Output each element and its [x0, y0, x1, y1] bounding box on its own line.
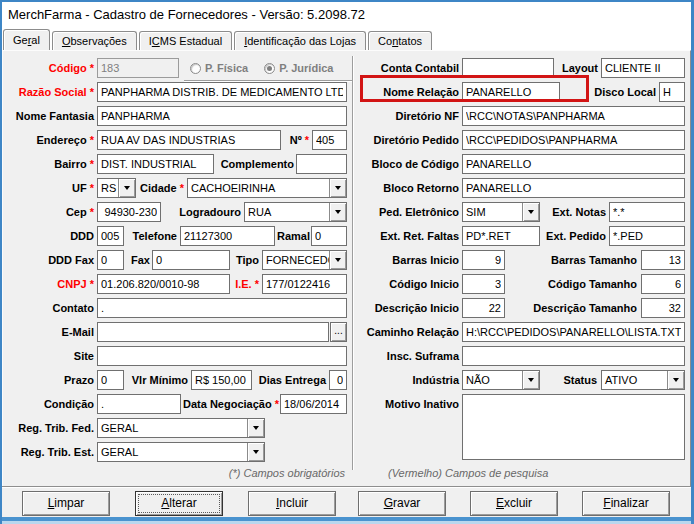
- diretorio-pedido-label: Diretório Pedido: [356, 130, 459, 150]
- tab-identificacao-das-lojas[interactable]: Identificação das Lojas: [234, 31, 366, 50]
- caminho-relacao-field[interactable]: [462, 322, 685, 342]
- email-browse-button[interactable]: ...: [330, 322, 347, 342]
- bloco-retorno-field[interactable]: [462, 178, 685, 198]
- radio-p-fisica[interactable]: P. Física: [190, 62, 248, 74]
- chevron-down-icon[interactable]: [247, 443, 264, 461]
- conta-contabil-field[interactable]: [462, 58, 554, 78]
- diretorio-nf-field[interactable]: [462, 106, 685, 126]
- nome-relacao-label: Nome Relação: [356, 82, 459, 102]
- contato-field[interactable]: [97, 298, 347, 318]
- descricao-tamanho-field[interactable]: [641, 298, 685, 318]
- layout-label: Layout: [556, 58, 598, 78]
- ie-field[interactable]: [262, 274, 347, 294]
- insc-suframa-field[interactable]: [462, 346, 685, 366]
- bairro-field[interactable]: [97, 154, 214, 174]
- tab-geral[interactable]: Geral: [3, 29, 50, 50]
- disco-local-field[interactable]: [659, 82, 685, 102]
- industria-dropdown[interactable]: NÃO: [462, 370, 540, 390]
- excluir-button[interactable]: Excluir: [470, 491, 558, 516]
- chevron-down-icon[interactable]: [118, 179, 135, 197]
- tab-observacoes[interactable]: Observações: [52, 31, 137, 50]
- radio-p-juridica[interactable]: P. Jurídica: [264, 62, 333, 74]
- numero-field[interactable]: [312, 130, 347, 150]
- bloco-de-codigo-field[interactable]: [462, 154, 685, 174]
- nome-relacao-field[interactable]: [462, 82, 560, 102]
- finalizar-button[interactable]: Finalizar: [582, 491, 670, 516]
- bairro-label: Bairro *: [2, 154, 94, 174]
- ramal-label: Ramal: [277, 226, 308, 246]
- ext-notas-field[interactable]: [609, 202, 685, 222]
- logradouro-label: Logradouro: [162, 202, 241, 222]
- chevron-down-icon[interactable]: [522, 203, 539, 221]
- endereco-field[interactable]: [97, 130, 281, 150]
- limpar-button[interactable]: Limpar: [22, 491, 110, 516]
- email-field[interactable]: [97, 322, 329, 342]
- chevron-down-icon[interactable]: [667, 371, 684, 389]
- window-title: MerchFarma - Cadastro de Fornecedores - …: [8, 7, 365, 22]
- codigo-inicio-label: Código Inicio: [356, 274, 459, 294]
- cidade-label: Cidade *: [138, 178, 184, 198]
- ext-pedido-field[interactable]: [609, 226, 685, 246]
- cep-field[interactable]: [97, 202, 161, 222]
- status-dropdown[interactable]: ATIVO: [601, 370, 685, 390]
- ext-ret-faltas-field[interactable]: [462, 226, 540, 246]
- p-fisica-label: P. Física: [205, 62, 248, 74]
- ext-pedido-label: Ext. Pedido: [542, 226, 606, 246]
- ddd-fax-field[interactable]: [97, 250, 124, 270]
- ddd-fax-label: DDD Fax: [2, 250, 94, 270]
- nome-fantasia-label: Nome Fantasia: [2, 106, 94, 126]
- p-juridica-label: P. Jurídica: [279, 62, 333, 74]
- layout-field[interactable]: [601, 58, 685, 78]
- ramal-field[interactable]: [311, 226, 347, 246]
- tipo-dropdown[interactable]: FORNECEDOR: [262, 250, 347, 270]
- codigo-inicio-field[interactable]: [462, 274, 505, 294]
- logradouro-dropdown[interactable]: RUA: [244, 202, 347, 222]
- status-label: Status: [542, 370, 597, 390]
- dias-entrega-label: Dias Entrega: [254, 370, 326, 390]
- dias-entrega-field[interactable]: [329, 370, 347, 390]
- gravar-button[interactable]: Gravar: [358, 491, 446, 516]
- razao-social-field[interactable]: [97, 82, 347, 102]
- vlr-minimo-label: Vlr Mínimo: [126, 370, 188, 390]
- barras-inicio-field[interactable]: [462, 250, 505, 270]
- codigo-tamanho-label: Código Tamanho: [508, 274, 637, 294]
- descricao-inicio-field[interactable]: [462, 298, 505, 318]
- data-negociacao-field[interactable]: [280, 394, 347, 414]
- nome-fantasia-field[interactable]: [97, 106, 347, 126]
- chevron-down-icon[interactable]: [329, 251, 346, 269]
- ddd-field[interactable]: [97, 226, 124, 246]
- alterar-button[interactable]: Alterar: [135, 491, 223, 516]
- diretorio-nf-label: Diretório NF: [356, 106, 459, 126]
- tab-contatos[interactable]: Contatos: [368, 31, 432, 50]
- app-window: MerchFarma - Cadastro de Fornecedores - …: [0, 0, 694, 524]
- reg-trib-fed-dropdown[interactable]: GERAL: [97, 418, 265, 438]
- vlr-minimo-field[interactable]: [191, 370, 252, 390]
- ie-label: I.E. *: [232, 274, 259, 294]
- contato-label: Contato: [2, 298, 94, 318]
- column-divider: [352, 56, 354, 470]
- complemento-field[interactable]: [296, 154, 347, 174]
- reg-trib-est-dropdown[interactable]: GERAL: [97, 442, 265, 462]
- motivo-inativo-field[interactable]: [462, 394, 685, 460]
- diretorio-pedido-field[interactable]: [462, 130, 685, 150]
- chevron-down-icon[interactable]: [247, 419, 264, 437]
- fax-field[interactable]: [152, 250, 230, 270]
- cnpj-field[interactable]: [97, 274, 230, 294]
- tab-icms-estadual[interactable]: ICMS Estadual: [139, 31, 232, 50]
- chevron-down-icon[interactable]: [522, 371, 539, 389]
- cidade-dropdown[interactable]: CACHOEIRINHA: [187, 178, 347, 198]
- codigo-field: [97, 58, 179, 78]
- incluir-button[interactable]: Incluir: [248, 491, 336, 516]
- site-field[interactable]: [97, 346, 347, 366]
- condicao-field[interactable]: [97, 394, 181, 414]
- tipo-label: Tipo: [230, 250, 259, 270]
- radio-on-icon: [264, 63, 275, 74]
- chevron-down-icon[interactable]: [329, 179, 346, 197]
- chevron-down-icon[interactable]: [329, 203, 346, 221]
- uf-dropdown[interactable]: RS: [97, 178, 136, 198]
- codigo-tamanho-field[interactable]: [641, 274, 685, 294]
- ped-eletronico-dropdown[interactable]: SIM: [462, 202, 540, 222]
- barras-tamanho-field[interactable]: [641, 250, 685, 270]
- telefone-field[interactable]: [180, 226, 275, 246]
- prazo-field[interactable]: [97, 370, 124, 390]
